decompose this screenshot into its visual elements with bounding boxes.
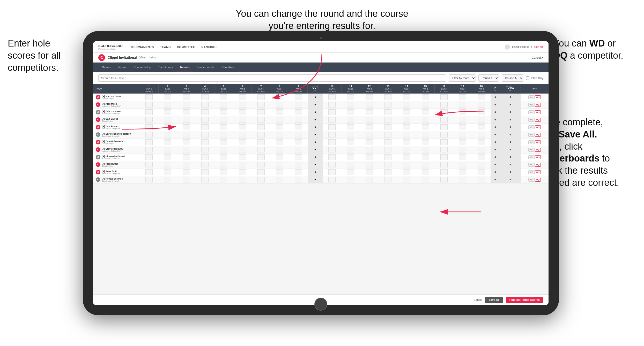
score-input-0-13[interactable] [384,94,391,100]
score-cell-11-10[interactable] [323,176,341,183]
score-cell-10-4[interactable] [196,168,214,176]
score-cell-5-14[interactable] [397,131,416,139]
score-input-1-5[interactable] [220,102,227,107]
score-input-3-7[interactable] [257,117,265,122]
score-input-2-7[interactable] [257,109,265,115]
score-cell-7-3[interactable] [177,146,196,153]
score-cell-0-3[interactable] [177,94,196,101]
score-input-7-6[interactable] [239,147,246,152]
score-cell-3-8[interactable] [270,116,289,124]
score-input-5-11[interactable] [347,132,354,137]
nav-teams[interactable]: TEAMS [160,45,171,49]
score-input-10-3[interactable] [183,169,190,175]
score-cell-8-7[interactable] [252,153,270,161]
score-input-4-11[interactable] [347,124,354,130]
score-cell-2-7[interactable] [252,109,270,116]
score-cell-11-2[interactable] [158,176,177,183]
score-cell-10-3[interactable] [177,168,196,176]
score-cell-2-12[interactable] [360,109,379,116]
score-cell-6-10[interactable] [323,139,341,146]
score-input-1-18[interactable] [478,102,485,107]
score-cell-5-5[interactable] [214,131,233,139]
wd-button-1[interactable]: WD [528,103,534,107]
score-input-8-3[interactable] [183,154,190,160]
score-cell-6-18[interactable] [472,139,491,146]
score-cell-4-8[interactable] [270,124,289,131]
score-cell-10-13[interactable] [379,168,397,176]
score-input-10-6[interactable] [239,169,246,175]
score-input-6-3[interactable] [183,139,190,145]
score-cell-4-6[interactable] [233,124,252,131]
score-cell-7-18[interactable] [472,146,491,153]
score-input-0-14[interactable] [403,94,410,100]
score-input-11-17[interactable] [459,177,466,182]
score-input-6-16[interactable] [440,139,448,145]
round-select[interactable]: Round 1 [478,74,499,82]
score-input-2-1[interactable] [145,109,153,115]
score-input-5-10[interactable] [328,132,336,137]
score-input-5-4[interactable] [201,132,209,137]
score-cell-1-3[interactable] [177,101,196,109]
score-cell-4-14[interactable] [397,124,416,131]
score-input-9-14[interactable] [403,162,410,167]
score-input-4-8[interactable] [276,124,283,130]
nav-rankings[interactable]: RANKINGS [201,45,218,49]
score-input-0-16[interactable] [440,94,448,100]
save-all-button[interactable]: Save All [485,297,503,303]
score-cell-11-13[interactable] [379,176,397,183]
score-input-3-11[interactable] [347,117,354,122]
score-cell-1-8[interactable] [270,101,289,109]
score-cell-10-17[interactable] [453,168,472,176]
score-cell-7-10[interactable] [323,146,341,153]
score-cell-11-11[interactable] [341,176,360,183]
score-input-2-4[interactable] [201,109,209,115]
score-input-7-5[interactable] [220,147,227,152]
score-input-5-18[interactable] [478,132,485,137]
score-input-11-6[interactable] [239,177,246,182]
score-cell-9-15[interactable] [416,161,435,168]
score-cell-1-2[interactable] [158,101,177,109]
filter-by-team-select[interactable]: Filter by team [449,74,476,82]
nav-committee[interactable]: COMMITTEE [177,45,195,49]
score-input-7-12[interactable] [366,147,373,152]
wd-button-8[interactable]: WD [528,155,534,159]
score-cell-9-13[interactable] [379,161,397,168]
score-cell-1-4[interactable] [196,101,214,109]
score-cell-9-12[interactable] [360,161,379,168]
score-cell-3-14[interactable] [397,116,416,124]
score-input-8-2[interactable] [164,154,171,160]
score-input-6-11[interactable] [347,139,354,145]
score-cell-9-2[interactable] [158,161,177,168]
score-cell-9-8[interactable] [270,161,289,168]
score-cell-8-12[interactable] [360,153,379,161]
score-input-1-13[interactable] [384,102,391,107]
score-input-2-13[interactable] [384,109,391,115]
score-cell-0-5[interactable] [214,94,233,101]
score-input-9-11[interactable] [347,162,354,167]
score-cell-8-4[interactable] [196,153,214,161]
score-input-2-15[interactable] [422,109,429,115]
score-input-7-17[interactable] [459,147,466,152]
score-input-0-11[interactable] [347,94,354,100]
score-cell-2-11[interactable] [341,109,360,116]
score-cell-0-4[interactable] [196,94,214,101]
score-input-5-15[interactable] [422,132,429,137]
score-cell-10-10[interactable] [323,168,341,176]
score-input-11-16[interactable] [440,177,448,182]
score-cell-11-5[interactable] [214,176,233,183]
score-cell-6-3[interactable] [177,139,196,146]
score-input-4-1[interactable] [145,124,153,130]
score-cell-7-14[interactable] [397,146,416,153]
score-input-9-5[interactable] [220,162,227,167]
nav-tournaments[interactable]: TOURNAMENTS [130,45,154,49]
tab-teams[interactable]: Teams [114,63,130,72]
score-input-11-2[interactable] [164,177,171,182]
dq-button-6[interactable]: DQ [535,140,541,144]
score-cell-11-17[interactable] [453,176,472,183]
score-cell-4-4[interactable] [196,124,214,131]
score-cell-3-10[interactable] [323,116,341,124]
score-input-1-1[interactable] [145,102,153,107]
score-input-10-12[interactable] [366,169,373,175]
score-cell-0-13[interactable] [379,94,397,101]
score-cell-5-6[interactable] [233,131,252,139]
